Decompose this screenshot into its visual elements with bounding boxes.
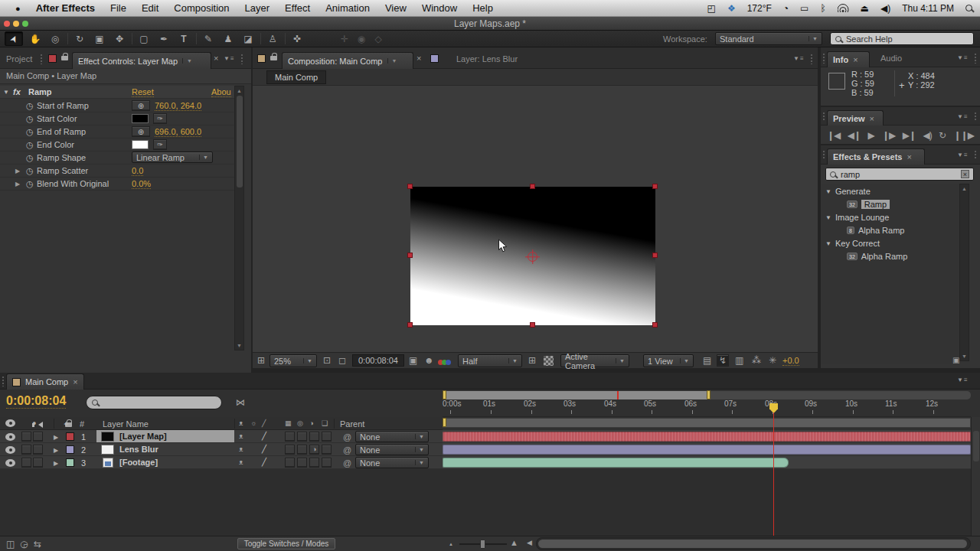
stopwatch-icon[interactable]: ◷ <box>26 127 34 137</box>
tab-audio[interactable]: Audio <box>880 54 902 63</box>
menu-file[interactable]: File <box>103 2 134 14</box>
point-crosshair-button[interactable]: ⊕ <box>132 126 150 137</box>
rotation-tool-button[interactable]: ↻ <box>70 31 89 46</box>
wifi-icon[interactable] <box>838 4 849 12</box>
lock-toggle[interactable] <box>33 458 43 468</box>
twirl-open-icon[interactable]: ▼ <box>825 214 831 221</box>
screen-recording-icon[interactable]: ◰ <box>707 3 716 14</box>
menu-layer[interactable]: Layer <box>237 2 278 14</box>
loop-button[interactable]: ↻ <box>939 131 946 140</box>
navigator-end-handle[interactable] <box>707 390 710 399</box>
help-search-input[interactable]: Search Help <box>830 32 974 45</box>
puppet-tool-button[interactable]: ♙ <box>263 31 282 46</box>
effect-header-row[interactable]: ▼ fx Ramp Reset Abou <box>0 86 234 99</box>
layer-row-3[interactable]: ▶ 3 [Footage] ᴥ ╱ @ None ▼ <box>0 456 443 469</box>
start-of-ramp-value[interactable]: 760.0, 264.0 <box>155 101 201 111</box>
stopwatch-icon[interactable]: ◷ <box>26 153 34 163</box>
timeline-horizontal-scrollbar[interactable] <box>536 537 971 550</box>
layer-row-1[interactable]: ▶ 1 [Layer Map] ᴥ ╱ @ None ▼ <box>0 430 443 443</box>
scrollbar-thumb[interactable] <box>973 431 979 461</box>
clone-stamp-tool-button[interactable]: ♟ <box>219 31 237 46</box>
effects-search-input[interactable]: ramp × <box>825 168 974 181</box>
quality-toggle[interactable]: ╱ <box>262 458 266 466</box>
eyedropper-button[interactable]: ✑ <box>153 139 167 150</box>
twirl-closed-icon[interactable]: ▶ <box>15 168 20 174</box>
scroll-up-icon[interactable]: ▲ <box>235 88 243 93</box>
close-icon[interactable]: × <box>870 114 874 123</box>
panel-menu-icon[interactable]: ▼≡ <box>793 55 805 62</box>
close-icon[interactable]: × <box>73 377 77 386</box>
selection-handle[interactable] <box>652 253 658 258</box>
start-color-swatch[interactable] <box>132 114 149 123</box>
show-snapshot-icon[interactable]: ☻ <box>424 356 434 365</box>
stopwatch-icon[interactable]: ◷ <box>26 166 34 176</box>
panel-menu-icon[interactable]: ▼≡ <box>957 113 969 120</box>
apple-logo-icon[interactable]: ● <box>8 4 28 13</box>
zoom-out-mountain-icon[interactable]: ▲ <box>449 542 453 546</box>
lock-toggle[interactable] <box>33 432 43 442</box>
target-region-icon[interactable]: ⊞ <box>528 356 536 365</box>
layer-row-2[interactable]: ▶ 2 Lens Blur ᴥ ╱ ◑ @ None ▼ <box>0 443 443 456</box>
layer-twirl-icon[interactable]: ▶ <box>54 447 58 454</box>
temperature-status[interactable]: 172°F <box>747 3 772 14</box>
end-of-ramp-value[interactable]: 696.0, 600.0 <box>155 127 201 137</box>
layer-visibility-toggle[interactable] <box>5 433 15 441</box>
zoom-tool-button[interactable]: ◎ <box>46 31 64 46</box>
eraser-tool-button[interactable]: ◪ <box>239 31 257 46</box>
tab-project[interactable]: Project <box>6 54 32 64</box>
adjustment-toggle[interactable] <box>309 458 319 468</box>
workspace-dropdown[interactable]: Standard ▼ <box>715 32 822 45</box>
ramp-scatter-value[interactable]: 0.0 <box>132 166 143 176</box>
previous-frame-button[interactable]: ◀❙ <box>848 131 861 140</box>
frame-blend-toggle[interactable] <box>285 445 295 455</box>
scroll-left-icon[interactable]: ◀ <box>527 540 532 546</box>
effect-item-ramp[interactable]: 32 Ramp <box>847 200 890 209</box>
magnification-dropdown[interactable]: 25% ▼ <box>270 354 317 367</box>
play-button[interactable]: ▶ <box>867 131 874 140</box>
twirl-closed-icon[interactable]: ▶ <box>15 181 20 187</box>
grid-options-icon[interactable]: ⊞ <box>257 356 265 365</box>
tab-dropdown-icon[interactable]: ▼ <box>182 58 192 64</box>
viewer-timecode[interactable]: 0:00:08:04 <box>352 354 404 367</box>
work-area-bar[interactable] <box>443 418 971 428</box>
resolution-dropdown[interactable]: Half ▼ <box>458 354 522 367</box>
mini-flowchart-icon[interactable]: ⋈ <box>236 398 245 407</box>
new-folder-icon[interactable]: ▣ <box>952 357 959 364</box>
scrollbar-thumb[interactable] <box>538 540 967 548</box>
twirl-open-icon[interactable]: ▼ <box>3 89 9 96</box>
transparency-grid-icon[interactable] <box>544 356 554 366</box>
layer-name[interactable]: Lens Blur <box>119 445 158 454</box>
parent-pick-whip-icon[interactable]: @ <box>343 458 351 468</box>
layer-name[interactable]: [Footage] <box>119 458 158 467</box>
layer-tab-label-swatch[interactable] <box>430 54 439 63</box>
menu-composition[interactable]: Composition <box>166 2 237 14</box>
close-icon[interactable]: × <box>214 54 218 63</box>
spotlight-icon[interactable] <box>965 5 972 11</box>
category-generate[interactable]: ▼ Generate <box>825 187 871 196</box>
puppet-pin-tool-button[interactable]: ✜ <box>288 31 306 46</box>
layer-bar-layer-map[interactable] <box>443 432 971 442</box>
region-of-interest-icon[interactable]: ◻ <box>338 356 346 365</box>
twirl-open-icon[interactable]: ▼ <box>825 188 831 195</box>
selection-handle[interactable] <box>652 184 658 189</box>
tab-preview[interactable]: Preview × <box>827 110 884 126</box>
time-navigator-bar[interactable] <box>443 391 710 399</box>
layer-visibility-toggle[interactable] <box>5 459 15 467</box>
stopwatch-icon[interactable]: ◷ <box>26 179 34 189</box>
panel-label-swatch[interactable] <box>48 54 57 63</box>
solo-toggle[interactable] <box>21 445 31 455</box>
layer-bar-footage[interactable] <box>443 458 789 468</box>
layer-name[interactable]: [Layer Map] <box>119 432 167 441</box>
tab-timeline-main-comp[interactable]: Main Comp × <box>6 373 84 390</box>
about-link[interactable]: Abou <box>211 87 231 97</box>
stopwatch-icon[interactable]: ◷ <box>26 101 34 111</box>
parent-dropdown[interactable]: None ▼ <box>355 444 429 455</box>
tab-composition-main-comp[interactable]: Composition: Main Comp ▼ <box>282 52 413 69</box>
motion-blur-toggle[interactable] <box>297 432 307 442</box>
expand-transfer-controls-icon[interactable]: ◶ <box>20 540 28 549</box>
pan-behind-tool-button[interactable]: ✥ <box>110 31 129 46</box>
threed-toggle[interactable] <box>322 432 332 442</box>
category-image-lounge[interactable]: ▼ Image Lounge <box>825 213 889 222</box>
twirl-open-icon[interactable]: ▼ <box>825 240 831 247</box>
effects-presets-scrollbar[interactable]: ▲ ▼ <box>959 184 969 361</box>
